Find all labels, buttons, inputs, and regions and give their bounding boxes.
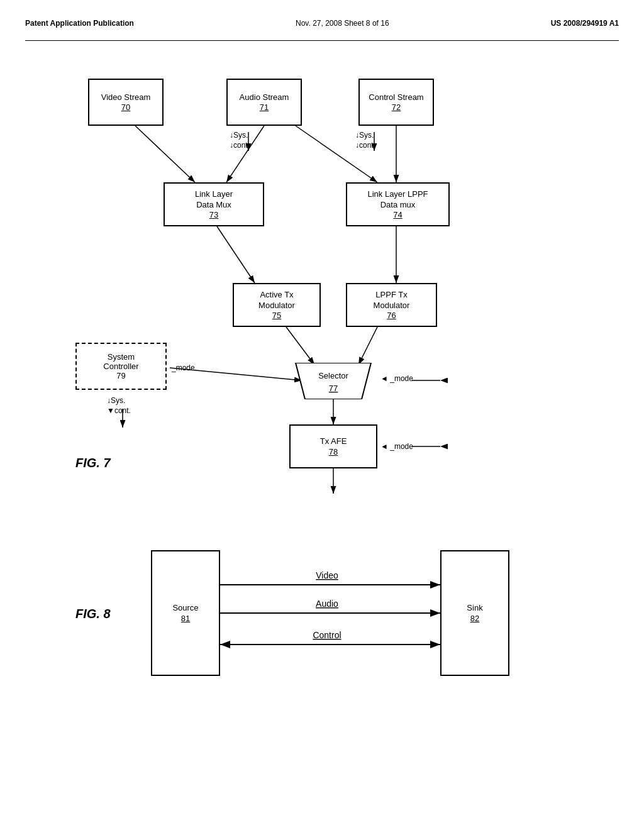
active-tx-label: Active TxModulator xyxy=(258,290,295,311)
svg-line-2 xyxy=(135,126,195,182)
tx-afe-num: 78 xyxy=(329,447,338,456)
system-controller-label: SystemController xyxy=(103,352,138,371)
header-left: Patent Application Publication xyxy=(25,19,134,28)
control-stream-box: Control Stream 72 xyxy=(358,79,434,126)
fig8-svg: Video Audio Control xyxy=(25,538,619,714)
lppf-tx-num: 76 xyxy=(387,311,396,320)
tx-afe-label: Tx AFE xyxy=(320,436,347,447)
audio-stream-label: Audio Stream xyxy=(240,92,289,103)
sys-cont-label-2: ↓Sys. ↓cont. xyxy=(355,131,375,150)
audio-stream-num: 71 xyxy=(260,102,269,112)
svg-text:Selector: Selector xyxy=(318,371,348,380)
tx-afe-box: Tx AFE 78 xyxy=(289,424,377,468)
active-tx-num: 75 xyxy=(272,311,281,320)
system-controller-num: 79 xyxy=(116,371,125,380)
lppf-tx-box: LPPF TxModulator 76 xyxy=(346,283,437,327)
mode-label-3: ◄ _mode xyxy=(380,442,413,451)
svg-line-8 xyxy=(286,327,314,365)
link-layer-data-box: Link LayerData Mux 73 xyxy=(164,182,264,226)
svg-line-9 xyxy=(358,327,377,365)
page: Patent Application Publication Nov. 27, … xyxy=(0,0,644,830)
control-stream-num: 72 xyxy=(392,102,401,112)
system-controller-box: SystemController 79 xyxy=(75,343,167,390)
selector-svg: Selector 77 xyxy=(292,363,374,399)
mode-text-1: _mode xyxy=(172,363,195,372)
header-right: US 2008/294919 A1 xyxy=(551,19,619,28)
audio-stream-box: Audio Stream 71 xyxy=(226,79,302,126)
active-tx-box: Active TxModulator 75 xyxy=(233,283,321,327)
mode-text-3: ◄ _mode xyxy=(380,442,413,451)
fig8-container: FIG. 8 Source 81 Sink 82 xyxy=(25,538,619,714)
svg-text:Audio: Audio xyxy=(316,599,338,609)
link-layer-data-num: 73 xyxy=(209,210,218,219)
link-layer-lppf-num: 74 xyxy=(393,210,402,219)
sys-cont-label-3: ↓Sys. ▼cont. xyxy=(107,396,131,416)
sys-cont-label-1: ↓Sys. ↓cont. xyxy=(230,131,250,150)
video-stream-label: Video Stream xyxy=(101,92,151,103)
svg-text:Video: Video xyxy=(316,570,338,580)
header-center: Nov. 27, 2008 Sheet 8 of 16 xyxy=(296,19,389,28)
fig7-container: Video Stream 70 Audio Stream 71 Control … xyxy=(25,60,619,512)
fig7-area: Video Stream 70 Audio Stream 71 Control … xyxy=(25,60,619,512)
video-stream-num: 70 xyxy=(121,102,130,112)
control-stream-label: Control Stream xyxy=(369,92,423,103)
video-stream-box: Video Stream 70 xyxy=(88,79,164,126)
svg-text:Control: Control xyxy=(313,630,341,640)
svg-text:77: 77 xyxy=(329,384,338,393)
fig7-label: FIG. 7 xyxy=(75,456,111,470)
link-layer-data-label: Link LayerData Mux xyxy=(195,189,233,211)
fig8-area: FIG. 8 Source 81 Sink 82 xyxy=(25,538,619,714)
mode-label-2: ◄ _mode xyxy=(380,374,413,383)
mode-text-2: ◄ _mode xyxy=(380,374,413,383)
svg-marker-20 xyxy=(296,363,371,399)
svg-line-6 xyxy=(217,226,255,283)
mode-label-1: _mode xyxy=(172,363,195,372)
link-layer-lppf-box: Link Layer LPPFData mux 74 xyxy=(346,182,450,226)
link-layer-lppf-label: Link Layer LPPFData mux xyxy=(367,189,428,211)
page-header: Patent Application Publication Nov. 27, … xyxy=(25,13,619,41)
selector-container: Selector 77 xyxy=(292,363,374,399)
lppf-tx-label: LPPF TxModulator xyxy=(374,290,410,311)
